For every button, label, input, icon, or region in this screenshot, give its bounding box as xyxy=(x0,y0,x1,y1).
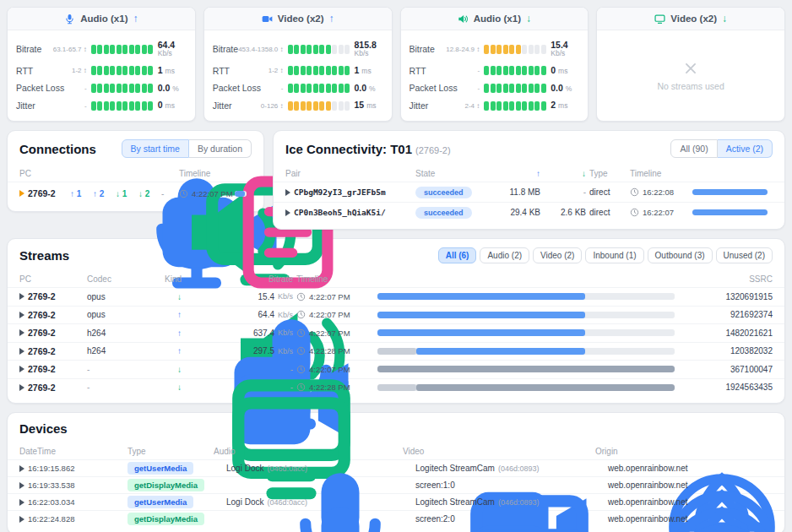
filter-outbound[interactable]: Outbound (3) xyxy=(648,247,713,263)
metric-label: Bitrate xyxy=(16,44,41,54)
pair-time: 16:22:07 xyxy=(643,208,674,217)
metric-value: 1ms xyxy=(155,66,187,76)
pc-id: 2769-2 xyxy=(28,328,56,338)
timeline-bar xyxy=(377,384,675,391)
state-badge: succeeded xyxy=(415,187,472,198)
codec: - xyxy=(87,383,161,392)
metric-row: Bitrate 63.1-65.7 ↕ 64.4Kb/s xyxy=(16,41,187,58)
col-pc: PC xyxy=(19,169,67,178)
metric-row: Bitrate 12.8-24.9 ↕ 15.4Kb/s xyxy=(410,41,580,58)
metric-range: - xyxy=(64,84,91,92)
pair-type: direct xyxy=(589,187,627,197)
clock-icon xyxy=(296,365,306,374)
metric-bars xyxy=(91,84,155,93)
card-header: Audio (x1) ↑ xyxy=(8,8,195,30)
filter-unused[interactable]: Unused (2) xyxy=(716,247,773,263)
video-camera-icon xyxy=(403,464,412,473)
type-badge: getUserMedia xyxy=(127,496,193,508)
ice-title: Ice Connectivity: T01(2769-2) xyxy=(285,142,451,156)
by-start-time-button[interactable]: By start time xyxy=(122,139,189,158)
timeline-bar xyxy=(235,191,247,197)
all-pairs-button[interactable]: All (90) xyxy=(670,139,717,158)
data-channel-count: - xyxy=(161,189,176,198)
metric-range: - xyxy=(426,67,485,74)
state-badge: succeeded xyxy=(415,207,472,219)
device-datetime: 16:22:24.828 xyxy=(28,514,74,524)
globe-icon xyxy=(595,497,605,507)
ssrc-value: 921692374 xyxy=(688,310,773,319)
up-arrow-icon: ↑ xyxy=(177,328,182,338)
video-device-cell: Logitech StreamCam(046d:0893) xyxy=(403,464,592,473)
clock-icon xyxy=(296,310,306,319)
metric-bars xyxy=(484,101,547,111)
row-expander-icon[interactable] xyxy=(19,190,24,197)
clock-icon xyxy=(296,328,306,338)
card-video-inbound: Video (x2) ↓ No streams used xyxy=(596,7,785,122)
screen-share-icon xyxy=(654,14,665,24)
start-time-cell: 4:22:07 PM xyxy=(179,189,231,198)
row-expander-icon[interactable] xyxy=(19,384,24,391)
row-expander-icon[interactable] xyxy=(19,293,24,300)
video-device-name: screen:2:0 xyxy=(415,514,455,524)
filter-video[interactable]: Video (2) xyxy=(533,247,582,263)
ice-connectivity-panel: Ice Connectivity: T01(2769-2) All (90) A… xyxy=(273,130,785,230)
filter-audio[interactable]: Audio (2) xyxy=(480,247,529,263)
kind-cell: ↓ xyxy=(165,383,217,392)
pc-cell: 2769-2 xyxy=(19,328,84,338)
origin-url: web.openrainbow.net xyxy=(608,514,688,524)
pair-time-cell: 16:22:07 xyxy=(630,208,689,217)
card-title: Video (x2) xyxy=(278,14,324,24)
pc-cell: 2769-2 xyxy=(19,346,84,356)
bitrate-cell: - xyxy=(220,383,293,392)
metric-label: Packet Loss xyxy=(16,83,64,93)
row-expander-icon[interactable] xyxy=(19,329,24,336)
timeline-bar xyxy=(377,366,675,372)
pair-cell: CPbgM92yI3_grJEFb5m xyxy=(285,187,412,197)
metric-value: 0ms xyxy=(547,66,579,76)
row-expander-icon[interactable] xyxy=(19,516,24,523)
row-expander-icon[interactable] xyxy=(19,312,24,318)
clock-icon xyxy=(179,189,188,198)
metric-row: Packet Loss - 0.0% xyxy=(213,83,383,93)
card-audio-inbound: Audio (x1) ↓ Bitrate 12.8-24.9 ↕ 15.4Kb/… xyxy=(400,7,589,122)
col-timeline: Timeline xyxy=(630,169,689,178)
clock-icon xyxy=(630,187,639,197)
pc-cell: 2769-2 xyxy=(19,188,67,198)
video-device-name: Logitech StreamCam xyxy=(415,497,495,507)
metric-range: - xyxy=(458,84,485,92)
type-cell: getUserMedia xyxy=(127,462,210,475)
row-expander-icon[interactable] xyxy=(19,482,24,489)
clock-icon xyxy=(296,292,306,301)
metric-bars xyxy=(484,45,547,54)
down-arrow-icon: ↓ xyxy=(177,365,182,374)
pc-id: 2769-2 xyxy=(28,291,56,301)
metric-range: - xyxy=(35,102,91,110)
row-expander-icon[interactable] xyxy=(285,209,290,216)
time-cell: 4:22:07 PM xyxy=(296,292,374,301)
row-expander-icon[interactable] xyxy=(19,348,24,355)
by-duration-button[interactable]: By duration xyxy=(189,139,252,158)
card-video-outbound: Video (x2) ↑ Bitrate 453.4-1358.0 ↕ 815.… xyxy=(203,7,393,122)
metric-label: Jitter xyxy=(213,100,232,111)
mic-icon xyxy=(64,14,75,24)
type-badge: getDisplayMedia xyxy=(127,479,204,491)
filter-inbound[interactable]: Inbound (1) xyxy=(585,247,643,263)
globe-icon xyxy=(595,514,605,524)
row-expander-icon[interactable] xyxy=(19,499,24,506)
audio-device-name: Logi Dock xyxy=(226,464,263,473)
screen-share-icon xyxy=(165,383,174,392)
metric-label: Bitrate xyxy=(213,44,238,54)
time-cell: 4:22:07 PM xyxy=(296,365,374,374)
active-pairs-button[interactable]: Active (2) xyxy=(718,139,773,158)
row-expander-icon[interactable] xyxy=(285,189,290,196)
filter-all[interactable]: All (6) xyxy=(438,247,477,263)
col-datetime: DateTime xyxy=(19,447,124,456)
row-expander-icon[interactable] xyxy=(19,465,24,472)
stream-time: 4:22:07 PM xyxy=(309,310,350,319)
pc-cell: 2769-2 xyxy=(19,383,84,393)
card-title: Video (x2) xyxy=(670,14,717,24)
row-expander-icon[interactable] xyxy=(19,366,24,372)
metric-range: 63.1-65.7 ↕ xyxy=(41,46,90,53)
metric-label: Jitter xyxy=(16,100,35,111)
metric-bars xyxy=(91,45,155,54)
